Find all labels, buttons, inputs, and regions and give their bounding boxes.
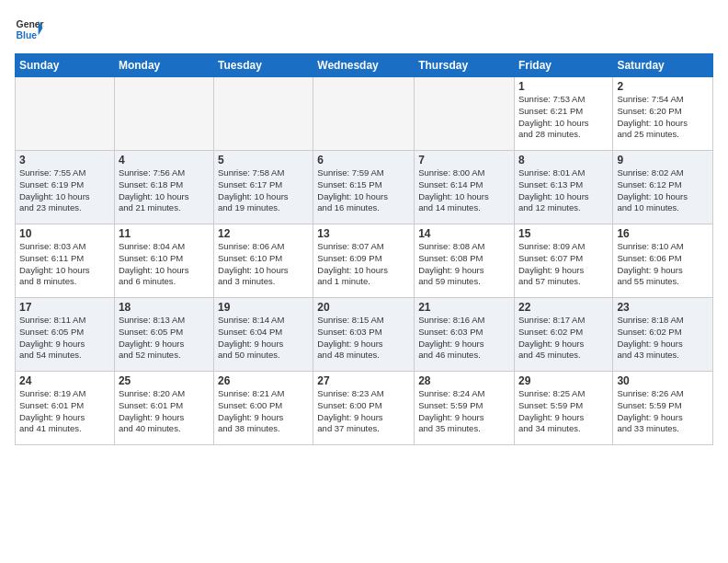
day-info: Sunrise: 8:17 AM Sunset: 6:02 PM Dayligh… bbox=[518, 315, 609, 362]
svg-text:Blue: Blue bbox=[17, 30, 38, 40]
day-info: Sunrise: 8:00 AM Sunset: 6:14 PM Dayligh… bbox=[418, 167, 510, 214]
weekday-header-row: SundayMondayTuesdayWednesdayThursdayFrid… bbox=[16, 54, 713, 77]
calendar-cell: 28Sunrise: 8:24 AM Sunset: 5:59 PM Dayli… bbox=[415, 372, 515, 445]
calendar-cell: 30Sunrise: 8:26 AM Sunset: 5:59 PM Dayli… bbox=[613, 372, 713, 445]
day-info: Sunrise: 8:25 AM Sunset: 5:59 PM Dayligh… bbox=[518, 388, 609, 435]
day-info: Sunrise: 8:06 AM Sunset: 6:10 PM Dayligh… bbox=[218, 241, 309, 288]
calendar-cell: 21Sunrise: 8:16 AM Sunset: 6:03 PM Dayli… bbox=[415, 298, 515, 372]
calendar-cell: 6Sunrise: 7:59 AM Sunset: 6:15 PM Daylig… bbox=[313, 151, 415, 224]
calendar-cell: 16Sunrise: 8:10 AM Sunset: 6:06 PM Dayli… bbox=[613, 224, 713, 298]
day-number: 4 bbox=[119, 154, 210, 167]
day-info: Sunrise: 8:07 AM Sunset: 6:09 PM Dayligh… bbox=[317, 241, 410, 288]
day-info: Sunrise: 8:21 AM Sunset: 6:00 PM Dayligh… bbox=[218, 388, 309, 435]
day-number: 10 bbox=[19, 227, 110, 240]
page: General Blue SundayMondayTuesdayWednesda… bbox=[0, 0, 728, 563]
weekday-header-tuesday: Tuesday bbox=[214, 54, 313, 77]
day-number: 20 bbox=[317, 301, 410, 314]
day-info: Sunrise: 8:11 AM Sunset: 6:05 PM Dayligh… bbox=[19, 315, 110, 362]
day-info: Sunrise: 8:10 AM Sunset: 6:06 PM Dayligh… bbox=[617, 241, 709, 288]
day-number: 5 bbox=[218, 154, 309, 167]
day-number: 11 bbox=[119, 227, 210, 240]
calendar-cell: 17Sunrise: 8:11 AM Sunset: 6:05 PM Dayli… bbox=[16, 298, 115, 372]
calendar-cell: 3Sunrise: 7:55 AM Sunset: 6:19 PM Daylig… bbox=[16, 151, 115, 224]
day-info: Sunrise: 8:15 AM Sunset: 6:03 PM Dayligh… bbox=[317, 315, 410, 362]
calendar-cell: 15Sunrise: 8:09 AM Sunset: 6:07 PM Dayli… bbox=[514, 224, 612, 298]
day-info: Sunrise: 8:01 AM Sunset: 6:13 PM Dayligh… bbox=[518, 167, 609, 214]
day-info: Sunrise: 8:04 AM Sunset: 6:10 PM Dayligh… bbox=[119, 241, 210, 288]
calendar-cell bbox=[16, 77, 115, 151]
day-number: 26 bbox=[218, 374, 309, 387]
calendar-table: SundayMondayTuesdayWednesdayThursdayFrid… bbox=[15, 53, 713, 445]
calendar-cell: 9Sunrise: 8:02 AM Sunset: 6:12 PM Daylig… bbox=[613, 151, 713, 224]
day-info: Sunrise: 8:18 AM Sunset: 6:02 PM Dayligh… bbox=[617, 315, 709, 362]
day-number: 17 bbox=[19, 301, 110, 314]
calendar-cell bbox=[214, 77, 313, 151]
day-info: Sunrise: 8:03 AM Sunset: 6:11 PM Dayligh… bbox=[19, 241, 110, 288]
day-number: 6 bbox=[317, 154, 410, 167]
day-number: 18 bbox=[119, 301, 210, 314]
calendar-cell: 29Sunrise: 8:25 AM Sunset: 5:59 PM Dayli… bbox=[514, 372, 612, 445]
calendar-cell: 10Sunrise: 8:03 AM Sunset: 6:11 PM Dayli… bbox=[16, 224, 115, 298]
week-row-5: 24Sunrise: 8:19 AM Sunset: 6:01 PM Dayli… bbox=[16, 372, 713, 445]
day-info: Sunrise: 8:16 AM Sunset: 6:03 PM Dayligh… bbox=[418, 315, 510, 362]
logo-icon: General Blue bbox=[15, 15, 44, 44]
day-number: 2 bbox=[617, 80, 709, 93]
day-number: 7 bbox=[418, 154, 510, 167]
calendar-cell: 22Sunrise: 8:17 AM Sunset: 6:02 PM Dayli… bbox=[514, 298, 612, 372]
day-info: Sunrise: 7:56 AM Sunset: 6:18 PM Dayligh… bbox=[119, 167, 210, 214]
day-number: 16 bbox=[617, 227, 709, 240]
day-number: 21 bbox=[418, 301, 510, 314]
weekday-header-wednesday: Wednesday bbox=[313, 54, 415, 77]
day-info: Sunrise: 8:24 AM Sunset: 5:59 PM Dayligh… bbox=[418, 388, 510, 435]
calendar-cell bbox=[114, 77, 213, 151]
day-number: 30 bbox=[617, 374, 709, 387]
day-info: Sunrise: 7:53 AM Sunset: 6:21 PM Dayligh… bbox=[518, 94, 609, 141]
day-number: 19 bbox=[218, 301, 309, 314]
week-row-4: 17Sunrise: 8:11 AM Sunset: 6:05 PM Dayli… bbox=[16, 298, 713, 372]
day-info: Sunrise: 8:08 AM Sunset: 6:08 PM Dayligh… bbox=[418, 241, 510, 288]
day-info: Sunrise: 8:13 AM Sunset: 6:05 PM Dayligh… bbox=[119, 315, 210, 362]
calendar-cell: 8Sunrise: 8:01 AM Sunset: 6:13 PM Daylig… bbox=[514, 151, 612, 224]
day-info: Sunrise: 7:55 AM Sunset: 6:19 PM Dayligh… bbox=[19, 167, 110, 214]
day-number: 23 bbox=[617, 301, 709, 314]
week-row-1: 1Sunrise: 7:53 AM Sunset: 6:21 PM Daylig… bbox=[16, 77, 713, 151]
day-info: Sunrise: 7:58 AM Sunset: 6:17 PM Dayligh… bbox=[218, 167, 309, 214]
calendar-cell: 7Sunrise: 8:00 AM Sunset: 6:14 PM Daylig… bbox=[415, 151, 515, 224]
week-row-3: 10Sunrise: 8:03 AM Sunset: 6:11 PM Dayli… bbox=[16, 224, 713, 298]
calendar-cell: 11Sunrise: 8:04 AM Sunset: 6:10 PM Dayli… bbox=[114, 224, 213, 298]
calendar-cell: 4Sunrise: 7:56 AM Sunset: 6:18 PM Daylig… bbox=[114, 151, 213, 224]
calendar-cell: 25Sunrise: 8:20 AM Sunset: 6:01 PM Dayli… bbox=[114, 372, 213, 445]
logo: General Blue bbox=[15, 15, 44, 44]
calendar-cell bbox=[313, 77, 415, 151]
day-info: Sunrise: 8:09 AM Sunset: 6:07 PM Dayligh… bbox=[518, 241, 609, 288]
header: General Blue bbox=[15, 15, 713, 44]
calendar-cell: 23Sunrise: 8:18 AM Sunset: 6:02 PM Dayli… bbox=[613, 298, 713, 372]
day-info: Sunrise: 8:26 AM Sunset: 5:59 PM Dayligh… bbox=[617, 388, 709, 435]
day-number: 15 bbox=[518, 227, 609, 240]
day-number: 22 bbox=[518, 301, 609, 314]
day-number: 9 bbox=[617, 154, 709, 167]
calendar-cell: 26Sunrise: 8:21 AM Sunset: 6:00 PM Dayli… bbox=[214, 372, 313, 445]
calendar-cell: 13Sunrise: 8:07 AM Sunset: 6:09 PM Dayli… bbox=[313, 224, 415, 298]
calendar-cell: 27Sunrise: 8:23 AM Sunset: 6:00 PM Dayli… bbox=[313, 372, 415, 445]
day-number: 14 bbox=[418, 227, 510, 240]
day-info: Sunrise: 7:59 AM Sunset: 6:15 PM Dayligh… bbox=[317, 167, 410, 214]
day-info: Sunrise: 8:02 AM Sunset: 6:12 PM Dayligh… bbox=[617, 167, 709, 214]
weekday-header-thursday: Thursday bbox=[415, 54, 515, 77]
calendar-cell: 5Sunrise: 7:58 AM Sunset: 6:17 PM Daylig… bbox=[214, 151, 313, 224]
day-number: 13 bbox=[317, 227, 410, 240]
calendar-cell: 19Sunrise: 8:14 AM Sunset: 6:04 PM Dayli… bbox=[214, 298, 313, 372]
calendar-cell: 1Sunrise: 7:53 AM Sunset: 6:21 PM Daylig… bbox=[514, 77, 612, 151]
weekday-header-sunday: Sunday bbox=[16, 54, 115, 77]
day-number: 8 bbox=[518, 154, 609, 167]
day-number: 12 bbox=[218, 227, 309, 240]
day-info: Sunrise: 8:20 AM Sunset: 6:01 PM Dayligh… bbox=[119, 388, 210, 435]
weekday-header-monday: Monday bbox=[114, 54, 213, 77]
day-number: 29 bbox=[518, 374, 609, 387]
day-info: Sunrise: 8:19 AM Sunset: 6:01 PM Dayligh… bbox=[19, 388, 110, 435]
calendar-cell: 12Sunrise: 8:06 AM Sunset: 6:10 PM Dayli… bbox=[214, 224, 313, 298]
calendar-cell: 14Sunrise: 8:08 AM Sunset: 6:08 PM Dayli… bbox=[415, 224, 515, 298]
day-number: 28 bbox=[418, 374, 510, 387]
day-number: 3 bbox=[19, 154, 110, 167]
calendar-cell bbox=[415, 77, 515, 151]
